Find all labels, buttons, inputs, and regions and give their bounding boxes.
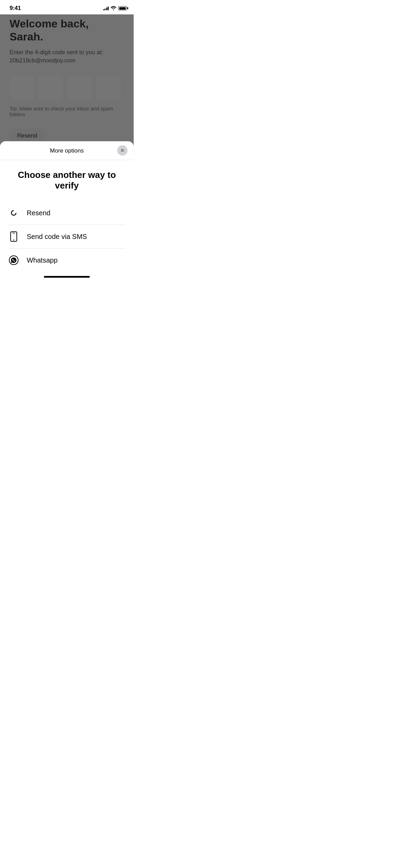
- bottom-sheet: More options ✕ Choose another way to ver…: [0, 141, 134, 289]
- email-address: 20b219cb@moodjoy.com: [10, 57, 75, 64]
- signal-icon: [103, 6, 109, 10]
- email-subtitle: Enter the 4-digit code sent to you at: 2…: [10, 48, 124, 65]
- status-time: 9:41: [10, 5, 21, 12]
- sms-icon: [8, 231, 19, 242]
- status-icons: [103, 6, 127, 10]
- whatsapp-label: Whatsapp: [27, 256, 58, 264]
- option-resend[interactable]: Resend: [8, 201, 125, 225]
- welcome-title: Welcome back, Sarah.: [10, 17, 124, 44]
- subtitle-line1: Enter the 4-digit code sent to you at:: [10, 49, 103, 56]
- whatsapp-icon: [8, 255, 19, 266]
- tip-text: Tip: Make sure to check your inbox and s…: [10, 106, 124, 117]
- code-box-1[interactable]: [10, 75, 34, 100]
- sms-label: Send code via SMS: [27, 233, 87, 241]
- code-box-3[interactable]: [67, 75, 92, 100]
- svg-point-2: [13, 240, 14, 241]
- option-sms[interactable]: Send code via SMS: [8, 225, 125, 249]
- resend-icon: [8, 207, 19, 218]
- code-inputs: [10, 75, 124, 100]
- sheet-heading: Choose another way to verify: [8, 170, 125, 191]
- battery-icon: [118, 6, 127, 10]
- sheet-body: Choose another way to verify Resend Send…: [0, 160, 134, 272]
- sheet-header: More options ✕: [0, 141, 134, 160]
- status-bar: 9:41: [0, 0, 134, 14]
- close-button[interactable]: ✕: [117, 145, 127, 156]
- wifi-icon: [111, 6, 116, 10]
- close-icon: ✕: [120, 148, 124, 153]
- resend-label: Resend: [27, 209, 50, 217]
- code-box-2[interactable]: [38, 75, 63, 100]
- sheet-title: More options: [50, 147, 84, 154]
- svg-rect-1: [12, 233, 15, 233]
- home-indicator: [44, 276, 90, 278]
- code-box-4[interactable]: [96, 75, 121, 100]
- option-whatsapp[interactable]: Whatsapp: [8, 249, 125, 272]
- bg-content: Welcome back, Sarah. Enter the 4-digit c…: [0, 0, 134, 163]
